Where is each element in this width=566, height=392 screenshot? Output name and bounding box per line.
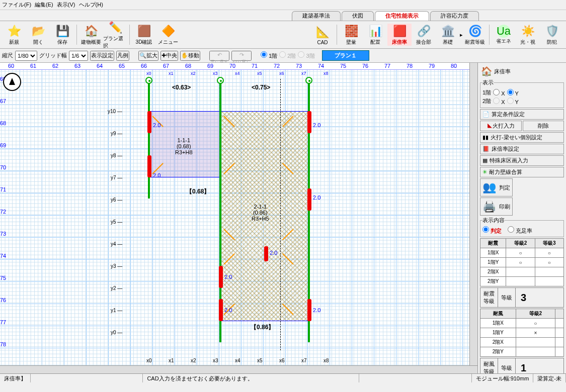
delete-button[interactable]: 削除 xyxy=(523,121,564,131)
ylabel-y1: y1 — xyxy=(111,308,122,313)
marker-val: 2.0 xyxy=(313,122,320,128)
fire-beam-button[interactable]: ▮▮火打-梁せい個別設定 xyxy=(480,132,564,143)
special-floor-button[interactable]: ▦特殊床区画入力 xyxy=(480,155,564,166)
floor-rate-button[interactable]: 📕床倍率設定 xyxy=(480,144,564,154)
horizontal-scrollbar[interactable] xyxy=(0,365,477,373)
plan-indicator[interactable]: プラン１ xyxy=(322,50,369,61)
tab-kyoyou[interactable]: 許容応力度 xyxy=(430,11,479,21)
calc-settings-button[interactable]: 📄算定条件設定 xyxy=(480,109,564,120)
legend-button[interactable]: 凡例 xyxy=(116,51,129,61)
marker[interactable] xyxy=(219,266,223,288)
cad-button[interactable]: 📐CAD xyxy=(310,25,335,45)
canvas-wrap: 6061 6263 6465 6667 6869 7071 7273 7475 … xyxy=(0,63,478,373)
marker[interactable] xyxy=(219,299,223,321)
energy-button[interactable]: Ua省エネ xyxy=(492,25,516,45)
center-button[interactable]: ✚中央 xyxy=(160,51,178,61)
green-circle-icon xyxy=(217,77,224,84)
floor-icon: 🏠 xyxy=(481,66,492,77)
green-circle-icon xyxy=(305,77,312,84)
floor3-radio[interactable]: 3階 xyxy=(298,51,314,60)
menu-file[interactable]: ファイル(F) xyxy=(2,2,31,8)
house-icon: 🏠 xyxy=(84,24,99,39)
marker[interactable] xyxy=(307,299,311,321)
base-button[interactable]: 🏛️基礎 xyxy=(436,24,460,46)
xblabel: x3 xyxy=(213,358,218,363)
zone2-bracket: 【0.86】 xyxy=(251,323,274,332)
menu-edit[interactable]: 編集(E) xyxy=(35,2,53,8)
radio-1x[interactable]: X xyxy=(493,89,505,96)
crime-button[interactable]: 🛡️防犯 xyxy=(540,24,564,46)
wall-icon: 🧱 xyxy=(344,24,359,39)
building-button[interactable]: 🏠建物概要 xyxy=(79,24,103,46)
save-button[interactable]: 💾保存 xyxy=(50,24,74,46)
vertical-scrollbar[interactable] xyxy=(469,63,477,365)
xblabel: x1 xyxy=(169,358,174,363)
menu-button[interactable]: 🔶メニュー xyxy=(156,24,180,46)
cube-icon: 🟫 xyxy=(136,24,151,39)
status-beam: 梁算定-未 xyxy=(533,374,566,382)
printer-icon: 🖨️ xyxy=(482,200,496,213)
menu-view[interactable]: 表示(V) xyxy=(57,2,75,8)
marker[interactable] xyxy=(147,155,151,177)
light-button[interactable]: ☀️光・視 xyxy=(516,24,540,46)
status-mode: 床倍率】 xyxy=(0,374,31,382)
marker-val: 2.0 xyxy=(153,122,160,128)
floor-icon: 🟥 xyxy=(392,24,407,39)
undo-button[interactable]: ↶元に戻す xyxy=(209,51,229,61)
tab-jutaku[interactable]: 住宅性能表示 xyxy=(375,11,429,21)
seismic-table: 耐震等級2等級3 1階X○○ 1階Y○○ 2階X 2階Y xyxy=(480,238,564,286)
new-button[interactable]: ⭐新規 xyxy=(2,24,26,46)
marker-val: 2.0 xyxy=(224,307,232,313)
marker[interactable] xyxy=(264,246,268,261)
tab-kenchiku[interactable]: 建築基準法 xyxy=(292,11,341,21)
zoom-button[interactable]: 🔍拡大 xyxy=(138,51,158,61)
angle-icon: ◣ xyxy=(487,123,493,129)
display-settings-button[interactable]: 表示設定 xyxy=(90,51,114,61)
xlabel-x5: x5 xyxy=(257,71,262,76)
xlabel-x8: x8 xyxy=(324,71,329,76)
floor2-radio[interactable]: 2階 xyxy=(279,51,296,60)
marker-val: 2.0 xyxy=(153,172,160,178)
doc-icon: 📄 xyxy=(482,111,490,118)
xblabel: x0 xyxy=(146,358,152,363)
fire-input-button[interactable]: ◣火打入力 xyxy=(480,121,522,131)
drawing-canvas[interactable]: 6061 6263 6465 6667 6869 7071 7273 7475 … xyxy=(0,63,477,373)
radio-1y[interactable]: Y xyxy=(507,89,519,96)
floor1-radio[interactable]: 1階 xyxy=(261,51,277,60)
radio-2y[interactable]: Y xyxy=(507,97,519,105)
wind-table: 耐風等級2 1階X○ 1階Y× 2階X 2階Y xyxy=(480,309,564,357)
move-button[interactable]: ✋移動 xyxy=(180,51,200,61)
scale-select[interactable]: 1/80 xyxy=(15,51,37,61)
marker[interactable] xyxy=(147,111,151,133)
grid-select[interactable]: 1/6 xyxy=(69,51,88,61)
judge-button[interactable]: 👥判定 xyxy=(480,178,513,197)
xlabel-x0: x0 xyxy=(146,71,151,76)
xlabel-x3: x3 xyxy=(213,71,218,76)
floor-button[interactable]: 🟥床倍率 xyxy=(387,24,412,46)
ylabel-y8: y8 — xyxy=(111,153,122,158)
seismic-button[interactable]: 🌀耐震等級 xyxy=(463,24,487,46)
main-area: 6061 6263 6465 6667 6869 7071 7273 7475 … xyxy=(0,63,566,373)
menu-help[interactable]: ヘルプ(H) xyxy=(79,2,103,8)
tab-fusezu[interactable]: 伏図 xyxy=(342,11,374,21)
radio-2x[interactable]: X xyxy=(493,97,505,105)
zone1-label: 1-1-1(0.68)R3+H8 xyxy=(175,137,193,155)
opt-fill[interactable]: 充足率 xyxy=(508,228,532,234)
display-content-group: 表示内容 判定 充足率 xyxy=(480,217,564,237)
opt-judge[interactable]: 判定 xyxy=(482,228,502,234)
confirm3d-button[interactable]: 🟫3D確認 xyxy=(132,24,156,46)
marker[interactable] xyxy=(307,188,311,211)
open-button[interactable]: 📂開く xyxy=(26,24,50,46)
marker[interactable] xyxy=(307,111,311,133)
base-icon: 🏛️ xyxy=(440,24,455,39)
plan-button[interactable]: ✏️プラン選択 xyxy=(103,20,127,49)
ylabel-y3: y3 — xyxy=(111,263,122,269)
joint-button[interactable]: 🔗接合部 xyxy=(412,24,436,46)
wall-button[interactable]: 🧱壁量 xyxy=(339,24,363,46)
layout-button[interactable]: 📊配置 xyxy=(363,24,387,46)
print-button[interactable]: 🖨️印刷 xyxy=(480,198,513,216)
wall-sum-button[interactable]: ✳耐力壁線合算 xyxy=(480,167,564,177)
scale-label: 縮尺 xyxy=(2,52,13,59)
green-circle-icon xyxy=(145,77,152,84)
redo-button[interactable]: ↷やり直し xyxy=(231,51,252,61)
